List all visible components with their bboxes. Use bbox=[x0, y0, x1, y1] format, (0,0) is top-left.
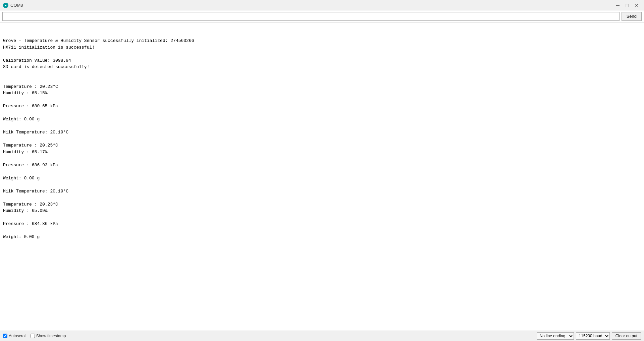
output-line bbox=[3, 123, 641, 129]
output-line: Humidity : 65.15% bbox=[3, 90, 641, 97]
output-line: Grove - Temperature & Humidity Sensor su… bbox=[3, 38, 641, 44]
serial-monitor-window: ● COM8 ─ □ ✕ Send Grove - Temperature & … bbox=[0, 0, 644, 341]
line-ending-select[interactable]: No line endingNewlineCarriage returnBoth… bbox=[537, 332, 574, 340]
output-line bbox=[3, 77, 641, 83]
status-left: Autoscroll Show timestamp bbox=[3, 334, 66, 338]
app-icon: ● bbox=[3, 3, 8, 8]
show-timestamp-checkbox[interactable] bbox=[31, 334, 35, 338]
output-line: Pressure : 680.65 kPa bbox=[3, 103, 641, 110]
show-timestamp-label[interactable]: Show timestamp bbox=[31, 334, 66, 338]
restore-button[interactable]: □ bbox=[623, 2, 632, 9]
output-line bbox=[3, 51, 641, 57]
output-line: Pressure : 684.86 kPa bbox=[3, 221, 641, 227]
minimize-button[interactable]: ─ bbox=[613, 2, 622, 9]
output-line bbox=[3, 97, 641, 103]
baud-rate-select[interactable]: 300 baud1200 baud2400 baud4800 baud9600 … bbox=[576, 332, 610, 340]
title-bar-left: ● COM8 bbox=[3, 3, 23, 8]
window-title: COM8 bbox=[10, 3, 23, 8]
output-line bbox=[3, 110, 641, 116]
send-button[interactable]: Send bbox=[622, 12, 642, 21]
close-button[interactable]: ✕ bbox=[632, 2, 641, 9]
status-bar: Autoscroll Show timestamp No line ending… bbox=[0, 331, 644, 341]
output-line bbox=[3, 181, 641, 188]
output-line bbox=[3, 155, 641, 162]
output-line: Weight: 0.00 g bbox=[3, 234, 641, 240]
autoscroll-checkbox[interactable] bbox=[3, 334, 7, 338]
output-line: Temperature : 20.23°C bbox=[3, 201, 641, 208]
serial-output: Grove - Temperature & Humidity Sensor su… bbox=[0, 22, 644, 331]
output-line: Humidity : 65.17% bbox=[3, 149, 641, 156]
clear-output-button[interactable]: Clear output bbox=[612, 332, 641, 340]
output-line: HX711 initialization is successful! bbox=[3, 44, 641, 51]
output-line: Milk Temperature: 20.19°C bbox=[3, 129, 641, 136]
output-line: Calibration Value: 3098.94 bbox=[3, 57, 641, 64]
output-line: Temperature : 20.23°C bbox=[3, 83, 641, 90]
send-bar: Send bbox=[0, 10, 644, 22]
window-controls: ─ □ ✕ bbox=[613, 2, 641, 9]
status-right: No line endingNewlineCarriage returnBoth… bbox=[537, 332, 641, 340]
output-line bbox=[3, 214, 641, 221]
output-line: Pressure : 686.93 kPa bbox=[3, 162, 641, 169]
autoscroll-label[interactable]: Autoscroll bbox=[3, 334, 26, 338]
output-line: Weight: 0.00 g bbox=[3, 175, 641, 182]
send-input[interactable] bbox=[2, 12, 620, 21]
output-line bbox=[3, 194, 641, 201]
output-line: SD card is detected successfully! bbox=[3, 64, 641, 70]
output-line bbox=[3, 168, 641, 175]
title-bar: ● COM8 ─ □ ✕ bbox=[0, 0, 644, 10]
output-line bbox=[3, 70, 641, 77]
output-line bbox=[3, 136, 641, 143]
output-line: Humidity : 65.09% bbox=[3, 208, 641, 214]
autoscroll-text: Autoscroll bbox=[9, 334, 26, 338]
output-line bbox=[3, 227, 641, 234]
output-line: Temperature : 20.25°C bbox=[3, 142, 641, 149]
output-line: Milk Temperature: 20.19°C bbox=[3, 188, 641, 195]
output-line: Weight: 0.00 g bbox=[3, 116, 641, 123]
show-timestamp-text: Show timestamp bbox=[36, 334, 66, 338]
